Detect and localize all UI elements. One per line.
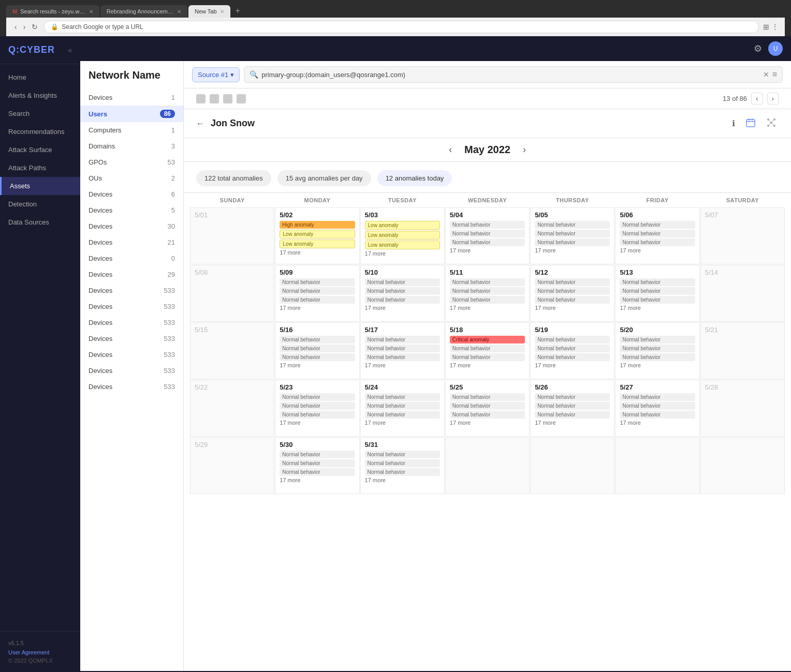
- tab-1-close[interactable]: ✕: [89, 9, 93, 14]
- cal-cell-506[interactable]: 5/06 Normal behavior Normal behavior Nor…: [615, 207, 699, 264]
- tab-3-close[interactable]: ✕: [220, 9, 224, 14]
- more-events-511[interactable]: 17 more: [450, 305, 525, 311]
- browser-tab-2[interactable]: Rebranding Announcement: Surviv... ✕: [100, 5, 187, 18]
- cal-cell-505[interactable]: 5/05 Normal behavior Normal behavior Nor…: [530, 207, 614, 264]
- cal-cell-529[interactable]: 5/29: [190, 437, 274, 494]
- sidebar-collapse-button[interactable]: «: [68, 46, 72, 54]
- asset-item-devices-2[interactable]: Devices 6: [80, 186, 183, 202]
- sidebar-item-detection[interactable]: Detection: [0, 195, 80, 213]
- cal-cell-522[interactable]: 5/22: [190, 380, 274, 437]
- more-events-503[interactable]: 17 more: [365, 250, 440, 257]
- refresh-button[interactable]: ↻: [30, 22, 40, 32]
- asset-item-devices-1[interactable]: Devices 1: [80, 89, 183, 106]
- more-events-524[interactable]: 17 more: [365, 420, 440, 426]
- cal-cell-504[interactable]: 5/04 Normal behavior Normal behavior Nor…: [445, 207, 530, 264]
- asset-item-computers[interactable]: Computers 1: [80, 122, 183, 138]
- asset-item-devices-3[interactable]: Devices 5: [80, 202, 183, 218]
- asset-item-devices-9[interactable]: Devices 533: [80, 298, 183, 315]
- more-events-505[interactable]: 17 more: [535, 247, 610, 253]
- source-dropdown[interactable]: Source #1 ▾: [192, 67, 240, 82]
- cal-cell-503[interactable]: 5/03 Low anomaly Low anomaly Low anomaly…: [360, 207, 445, 264]
- pagination-prev[interactable]: ‹: [751, 93, 763, 104]
- user-avatar-icon[interactable]: U: [768, 41, 783, 56]
- view-toggle-3[interactable]: [223, 94, 232, 103]
- more-events-520[interactable]: 17 more: [620, 362, 695, 368]
- event-normal-3[interactable]: Normal behavior: [450, 238, 525, 246]
- sidebar-item-assets[interactable]: Assets: [0, 177, 80, 195]
- event-low-1[interactable]: Low anomaly: [365, 221, 440, 230]
- sidebar-item-attack-surface[interactable]: Attack Surface: [0, 141, 80, 159]
- asset-item-users[interactable]: Users 86: [80, 106, 183, 122]
- more-events-527[interactable]: 17 more: [620, 420, 695, 426]
- more-events-512[interactable]: 17 more: [535, 305, 610, 311]
- menu-icon[interactable]: ⋮: [771, 23, 779, 31]
- cal-cell-508[interactable]: 5/08: [190, 265, 274, 322]
- search-filter-icon[interactable]: ≡: [772, 70, 777, 79]
- asset-item-devices-10[interactable]: Devices 533: [80, 315, 183, 331]
- asset-item-devices-13[interactable]: Devices 533: [80, 363, 183, 379]
- extensions-icon[interactable]: ⊞: [763, 23, 769, 31]
- browser-tab-1[interactable]: M Search results - zeyu.weng@gmai... ✕: [6, 5, 99, 18]
- cal-cell-523[interactable]: 5/23 Normal behavior Normal behavior Nor…: [275, 380, 359, 437]
- more-events-518[interactable]: 17 more: [450, 362, 525, 368]
- back-button[interactable]: ‹: [12, 22, 19, 32]
- search-clear-button[interactable]: ✕: [763, 70, 769, 79]
- sidebar-item-recommendations[interactable]: Recommendations: [0, 123, 80, 141]
- more-events-525[interactable]: 17 more: [450, 420, 525, 426]
- cal-cell-527[interactable]: 5/27 Normal behavior Normal behavior Nor…: [615, 380, 699, 437]
- asset-item-devices-7[interactable]: Devices 29: [80, 266, 183, 282]
- view-toggle-2[interactable]: [210, 94, 219, 103]
- settings-icon[interactable]: ⚙: [754, 43, 762, 54]
- cal-cell-511[interactable]: 5/11 Normal behavior Normal behavior Nor…: [445, 265, 530, 322]
- view-toggle-4[interactable]: [237, 94, 246, 103]
- back-to-list-button[interactable]: ←: [196, 119, 204, 128]
- more-events-513[interactable]: 17 more: [620, 305, 695, 311]
- asset-item-devices-6[interactable]: Devices 0: [80, 250, 183, 266]
- event-high-anomaly[interactable]: High anomaly: [280, 221, 355, 229]
- event-low-2[interactable]: Low anomaly: [365, 231, 440, 240]
- forward-button[interactable]: ›: [21, 22, 28, 32]
- url-bar[interactable]: 🔒 Search Google or type a URL: [44, 21, 759, 33]
- more-events-506[interactable]: 17 more: [620, 247, 695, 253]
- cal-cell-514[interactable]: 5/14: [700, 265, 785, 322]
- calendar-view-button[interactable]: [743, 115, 758, 131]
- cal-cell-525[interactable]: 5/25 Normal behavior Normal behavior Nor…: [445, 380, 530, 437]
- cal-cell-509[interactable]: 5/09 Normal behavior Normal behavior Nor…: [275, 265, 359, 322]
- browser-tab-3[interactable]: New Tab ✕: [188, 5, 230, 18]
- sidebar-item-home[interactable]: Home: [0, 68, 80, 86]
- asset-item-domains[interactable]: Domains 3: [80, 138, 183, 154]
- view-toggle-1[interactable]: [196, 94, 206, 103]
- cal-cell-526[interactable]: 5/26 Normal behavior Normal behavior Nor…: [530, 380, 614, 437]
- cal-cell-516[interactable]: 5/16 Normal behavior Normal behavior Nor…: [275, 322, 359, 379]
- more-events-510[interactable]: 17 more: [365, 305, 440, 311]
- cal-cell-520[interactable]: 5/20 Normal behavior Normal behavior Nor…: [615, 322, 699, 379]
- more-events-523[interactable]: 17 more: [280, 420, 355, 426]
- cal-cell-524[interactable]: 5/24 Normal behavior Normal behavior Nor…: [360, 380, 445, 437]
- cal-cell-513[interactable]: 5/13 Normal behavior Normal behavior Nor…: [615, 265, 699, 322]
- asset-item-devices-5[interactable]: Devices 21: [80, 234, 183, 250]
- pagination-next[interactable]: ›: [767, 93, 779, 104]
- more-events-517[interactable]: 17 more: [365, 362, 440, 368]
- asset-item-devices-12[interactable]: Devices 533: [80, 347, 183, 363]
- asset-item-ous[interactable]: OUs 2: [80, 170, 183, 186]
- cal-cell-530[interactable]: 5/30 Normal behavior Normal behavior Nor…: [275, 437, 359, 494]
- asset-item-gpos[interactable]: GPOs 53: [80, 154, 183, 170]
- network-view-button[interactable]: [764, 115, 779, 131]
- more-events-531[interactable]: 17 more: [365, 477, 440, 483]
- event-low-3[interactable]: Low anomaly: [365, 241, 440, 249]
- cal-cell-521[interactable]: 5/21: [700, 322, 785, 379]
- tab-2-close[interactable]: ✕: [177, 9, 181, 14]
- cal-cell-528[interactable]: 5/28: [700, 380, 785, 437]
- sidebar-item-search[interactable]: Search: [0, 104, 80, 123]
- sidebar-item-data-sources[interactable]: Data Sources: [0, 213, 80, 231]
- sidebar-item-attack-paths[interactable]: Attack Paths: [0, 159, 80, 177]
- more-events-509[interactable]: 17 more: [280, 305, 355, 311]
- sidebar-item-alerts[interactable]: Alerts & Insights: [0, 86, 80, 104]
- user-agreement-link[interactable]: User Agreement: [8, 649, 72, 655]
- event-normal-1[interactable]: Normal behavior: [450, 221, 525, 229]
- more-events-526[interactable]: 17 more: [535, 420, 610, 426]
- more-events-504[interactable]: 17 more: [450, 247, 525, 253]
- event-low-anomaly-2[interactable]: Low anomaly: [280, 240, 355, 248]
- more-events-516[interactable]: 17 more: [280, 362, 355, 368]
- info-icon-button[interactable]: ℹ: [730, 116, 737, 130]
